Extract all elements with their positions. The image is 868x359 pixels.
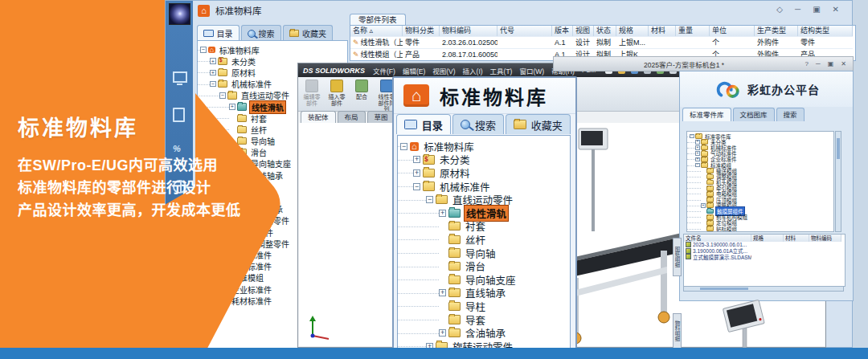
tree-item[interactable]: +原材料 xyxy=(398,166,570,180)
menu-item[interactable]: 文件(F) xyxy=(373,66,395,75)
expand-icon[interactable]: + xyxy=(695,157,700,162)
collapse-icon[interactable]: − xyxy=(210,81,216,88)
column-header[interactable]: 文件名 xyxy=(684,235,751,242)
expand-icon[interactable]: + xyxy=(695,145,700,150)
column-header[interactable]: 物料编码 xyxy=(809,235,841,242)
tree-item[interactable]: 滑台 xyxy=(398,259,570,273)
menu-item[interactable]: 插入(I) xyxy=(463,66,483,75)
tree-item[interactable]: 机头模组 xyxy=(687,180,833,186)
monitor-icon[interactable] xyxy=(173,71,187,83)
restore-button[interactable]: ▣ xyxy=(828,59,834,69)
tree-item[interactable]: −⌂标准物料库 xyxy=(198,44,347,55)
column-header[interactable]: 材料 xyxy=(784,235,809,242)
command-tab[interactable]: 装配体 xyxy=(301,111,336,123)
expand-icon[interactable]: + xyxy=(210,275,216,281)
tree-item[interactable]: 定位模组 xyxy=(687,220,833,226)
tree-item[interactable]: 导套 xyxy=(398,313,570,327)
column-header[interactable]: 生产类型 xyxy=(755,26,798,36)
platform-tab[interactable]: 文档图库 xyxy=(733,108,775,121)
tree-item[interactable]: 电箱模组 xyxy=(687,191,833,197)
expand-icon[interactable]: + xyxy=(695,151,700,156)
tree-item[interactable]: 触摸屏组件 xyxy=(687,208,833,214)
command-tab[interactable]: 布局 xyxy=(338,111,366,123)
expand-icon[interactable]: + xyxy=(210,58,216,64)
toolbar-button[interactable]: 插入零部件 xyxy=(326,80,347,106)
expand-icon[interactable]: + xyxy=(439,210,446,217)
table-row[interactable]: 3.190000.06.01A立式... xyxy=(684,248,845,255)
close-button[interactable]: ✕ xyxy=(841,59,846,69)
column-header[interactable]: 物料分类 xyxy=(403,26,440,36)
library-tab[interactable]: 收藏夹 xyxy=(506,114,571,134)
pin-button[interactable]: ◇ xyxy=(776,5,783,14)
help-button[interactable]: ? xyxy=(805,59,809,69)
expand-icon[interactable]: + xyxy=(210,252,216,259)
close-button[interactable]: ✕ xyxy=(833,5,839,14)
tree-item[interactable]: 刹车机构模组 xyxy=(687,214,833,220)
expand-icon[interactable]: + xyxy=(413,156,420,163)
side-tab-drawing-detail[interactable]: 图纸明细 xyxy=(673,238,682,276)
expand-icon[interactable]: + xyxy=(219,240,226,247)
tree-item[interactable]: −⌂标准物料库 xyxy=(398,140,570,153)
tree-item[interactable]: 分拣模组 xyxy=(687,231,833,232)
collapse-icon[interactable]: − xyxy=(413,183,420,190)
expand-icon[interactable]: + xyxy=(701,203,706,208)
side-tab-material-detail[interactable]: 物料明细 xyxy=(673,313,682,349)
column-header[interactable]: 材料 xyxy=(649,26,676,36)
column-header[interactable]: 名称 ▵ xyxy=(350,26,403,36)
platform-tab[interactable]: 搜索 xyxy=(776,108,805,121)
minimize-button[interactable]: ─ xyxy=(795,5,800,14)
toolbar-button[interactable]: 编辑零部件 xyxy=(301,80,322,106)
expand-icon[interactable]: + xyxy=(210,263,216,270)
tree-item[interactable]: +含油轴承 xyxy=(398,326,570,340)
expand-icon[interactable]: + xyxy=(210,286,216,292)
library-tab[interactable]: 目录 xyxy=(396,114,451,134)
tree-item[interactable]: +未分类 xyxy=(398,153,570,167)
platform-tab[interactable]: 标准零件库 xyxy=(682,108,731,121)
collapse-icon[interactable]: − xyxy=(219,92,226,99)
minimize-button[interactable]: ─ xyxy=(816,59,821,69)
table-row[interactable]: ✎线性滑轨（上...零件2.03.26.01.025000A.1设计拟制上银M.… xyxy=(350,36,855,48)
parts-list-tab[interactable]: 零部件列表 xyxy=(350,14,406,26)
expand-icon[interactable]: + xyxy=(210,297,216,304)
tree-item[interactable]: 导柱 xyxy=(398,300,570,313)
expand-icon[interactable]: + xyxy=(229,104,235,110)
tree-item[interactable]: 衬套 xyxy=(398,220,570,234)
column-header[interactable]: 版本 xyxy=(552,26,573,36)
restore-button[interactable]: ▣ xyxy=(813,5,820,14)
column-header[interactable]: 单位 xyxy=(710,26,755,36)
table-row[interactable]: 2025-3.190000.06.01... xyxy=(684,242,845,248)
column-header[interactable]: 规格 xyxy=(751,235,784,242)
library-tab[interactable]: 搜索 xyxy=(452,114,504,134)
column-header[interactable]: 状态 xyxy=(594,26,616,36)
collapse-icon[interactable]: − xyxy=(690,134,694,139)
expand-icon[interactable]: + xyxy=(439,329,446,337)
menu-item[interactable]: 工具(T) xyxy=(490,66,513,75)
collapse-icon[interactable]: − xyxy=(695,163,700,168)
tree-item[interactable]: −机械标准件 xyxy=(398,180,570,194)
tree-item[interactable]: +直线轴承 xyxy=(398,287,570,300)
menu-item[interactable]: 编辑(E) xyxy=(403,66,425,75)
expand-icon[interactable]: + xyxy=(210,70,216,76)
collapse-icon[interactable]: − xyxy=(400,143,407,150)
column-header[interactable]: 重量 xyxy=(676,26,710,36)
table-row[interactable]: 立式触摸屏演示.SLDASM xyxy=(684,254,845,260)
column-header[interactable]: 结构类型 xyxy=(798,26,853,36)
column-header[interactable]: 物料编码 xyxy=(440,26,497,36)
collapse-icon[interactable]: − xyxy=(426,196,433,203)
library-tab[interactable]: 收藏夹 xyxy=(283,25,334,41)
tree-item[interactable]: 丝杆 xyxy=(398,233,570,247)
vertical-scrollbar[interactable] xyxy=(835,131,841,232)
library-tab[interactable]: 目录 xyxy=(197,25,240,41)
column-header[interactable]: 视图 xyxy=(573,26,594,36)
column-header[interactable]: 规格 xyxy=(616,26,649,36)
expand-icon[interactable]: + xyxy=(219,229,226,235)
tree-item[interactable]: 导向轴 xyxy=(398,247,570,260)
horizontal-scrollbar[interactable] xyxy=(683,286,844,292)
menu-item[interactable]: 窗口(W) xyxy=(519,66,544,75)
library-tab[interactable]: 搜索 xyxy=(241,25,281,41)
expand-icon[interactable]: + xyxy=(413,169,420,177)
collapse-icon[interactable]: − xyxy=(200,47,207,53)
tree-item[interactable]: 牵引模组 xyxy=(687,186,833,191)
tree-item[interactable]: +线性滑轨 xyxy=(398,206,570,220)
tree-item[interactable]: 导向轴支座 xyxy=(398,273,570,287)
